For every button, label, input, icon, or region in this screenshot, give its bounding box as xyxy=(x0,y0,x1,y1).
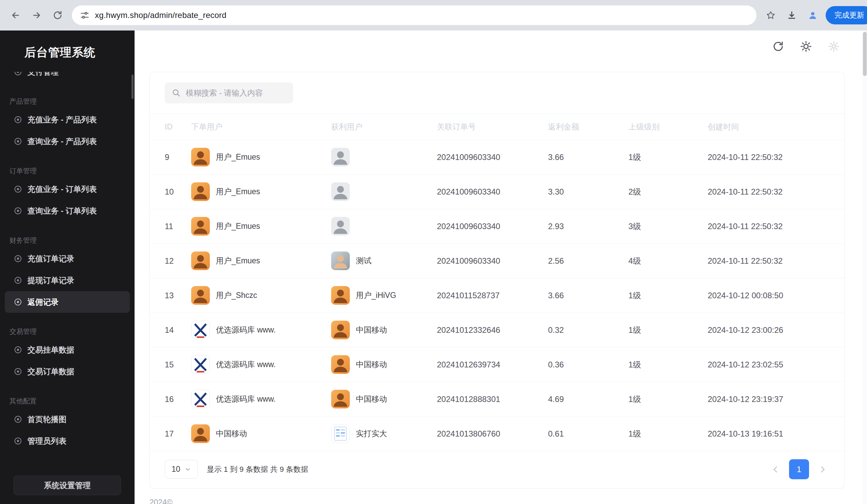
sidebar-item-查询业务 - 订单列表[interactable]: 查询业务 - 订单列表 xyxy=(5,200,130,222)
back-button[interactable] xyxy=(6,6,25,25)
order-user-avatar-slot xyxy=(191,182,210,201)
system-settings-button[interactable]: 系统设置管理 xyxy=(13,475,121,495)
cell-order-no: 20241012332646 xyxy=(437,325,548,335)
cell-created-at: 2024-10-12 23:00:26 xyxy=(708,325,834,335)
order-user-name: 用户_Emues xyxy=(216,186,260,197)
cell-created-at: 2024-10-11 22:50:32 xyxy=(708,187,834,196)
col-level: 上级级别 xyxy=(628,122,708,132)
avatar-person xyxy=(191,217,210,236)
cell-order-user: 优选源码库 www. xyxy=(191,321,331,339)
page-size-select[interactable]: 10 xyxy=(165,460,198,479)
cell-order-no: 20241009603340 xyxy=(437,187,548,196)
circle-dot-icon xyxy=(13,415,22,424)
current-page-button[interactable]: 1 xyxy=(789,459,809,479)
url-bar[interactable]: xg.hwym.shop/admin/rebate_record xyxy=(72,6,757,25)
table-row[interactable]: 17 中国移动 实打实大 20241013806760 0.61 1级 2024… xyxy=(150,416,844,451)
table-row[interactable]: 10 用户_Emues 20241009603340 3.30 2级 2024-… xyxy=(150,174,844,209)
table-row[interactable]: 14 优选源码库 www. 中国移动 20241012332646 0.32 1… xyxy=(150,312,844,347)
section-items: 充值订单记录 提现订单记录 返佣记录 xyxy=(5,248,130,313)
page-size-value: 10 xyxy=(171,465,180,474)
cell-level: 1级 xyxy=(628,428,708,439)
circle-dot-icon xyxy=(13,137,22,146)
browser-toolbar: xg.hwym.shop/admin/rebate_record 完成更新 xyxy=(0,0,867,31)
sidebar-section: 其他配置 首页轮播图 管理员列表 xyxy=(5,397,130,452)
cell-level: 2级 xyxy=(628,186,708,197)
sidebar-item-交易订单数据[interactable]: 交易订单数据 xyxy=(5,361,130,382)
sidebar-item-查询业务 - 产品列表[interactable]: 查询业务 - 产品列表 xyxy=(5,130,130,152)
section-items: 交易挂单数据 交易订单数据 xyxy=(5,339,130,382)
back-arrow-icon xyxy=(11,10,21,20)
sidebar-item-充值业务 - 订单列表[interactable]: 充值业务 - 订单列表 xyxy=(5,178,130,200)
bookmark-button[interactable] xyxy=(761,6,780,25)
sidebar-item-交易挂单数据[interactable]: 交易挂单数据 xyxy=(5,339,130,361)
cell-profit-user xyxy=(331,217,437,236)
refresh-icon[interactable] xyxy=(772,40,784,53)
sidebar-section: 交易管理 交易挂单数据 交易订单数据 xyxy=(5,327,130,382)
cell-level: 4级 xyxy=(628,256,708,266)
pagination-summary: 显示 1 到 9 条数据 共 9 条数据 xyxy=(207,464,308,474)
circle-dot-icon xyxy=(13,298,22,307)
app-title: 后台管理系统 xyxy=(0,31,135,72)
section-label: 产品管理 xyxy=(10,97,130,106)
cell-created-at: 2024-10-11 22:50:32 xyxy=(708,256,834,266)
cell-created-at: 2024-10-12 23:02:55 xyxy=(708,360,834,369)
cell-amount: 0.36 xyxy=(548,360,628,369)
order-user-name: 优选源码库 www. xyxy=(216,359,276,370)
pagination-bar: 10 显示 1 到 9 条数据 共 9 条数据 1 xyxy=(150,451,844,488)
downloads-button[interactable] xyxy=(782,6,801,25)
sidebar-scrollbar[interactable] xyxy=(131,75,133,99)
cell-level: 1级 xyxy=(628,152,708,163)
next-page-button[interactable] xyxy=(816,463,829,476)
settings-gear-icon[interactable] xyxy=(828,40,840,53)
page-scrollbar[interactable] xyxy=(862,31,867,504)
avatar-person xyxy=(331,286,350,305)
order-user-name: 优选源码库 www. xyxy=(216,394,276,404)
cell-amount: 3.30 xyxy=(548,187,628,196)
forward-button[interactable] xyxy=(27,6,46,25)
table-row[interactable]: 15 优选源码库 www. 中国移动 20241012639734 0.36 1… xyxy=(150,347,844,382)
circle-dot-icon xyxy=(13,72,22,76)
search-input[interactable] xyxy=(165,82,293,103)
cell-profit-user: 实打实大 xyxy=(331,424,437,443)
sidebar-item-管理员列表[interactable]: 管理员列表 xyxy=(5,430,130,452)
order-user-avatar-slot xyxy=(191,286,210,305)
cell-profit-user: 中国移动 xyxy=(331,390,437,408)
cell-created-at: 2024-10-13 19:16:51 xyxy=(708,429,834,439)
order-user-avatar-slot xyxy=(191,424,210,443)
sidebar-item-clipped[interactable]: 支付管理 xyxy=(5,72,130,83)
site-settings-icon[interactable] xyxy=(80,11,89,20)
cell-level: 1级 xyxy=(628,290,708,301)
sidebar-item-充值业务 - 产品列表[interactable]: 充值业务 - 产品列表 xyxy=(5,109,130,130)
avatar-person xyxy=(331,355,350,374)
order-user-avatar-slot xyxy=(191,148,210,167)
avatar-photo xyxy=(331,251,350,270)
table-row[interactable]: 9 用户_Emues 20241009603340 3.66 1级 2024-1… xyxy=(150,140,844,174)
table-row[interactable]: 13 用户_Shczc 用户_iHiVG 20241011528737 3.66… xyxy=(150,278,844,312)
cell-order-no: 20241009603340 xyxy=(437,152,548,162)
cell-id: 16 xyxy=(165,395,191,404)
cell-id: 13 xyxy=(165,291,191,300)
cell-level: 1级 xyxy=(628,394,708,405)
profile-button[interactable] xyxy=(803,6,822,25)
sidebar-item-提现订单记录[interactable]: 提现订单记录 xyxy=(5,269,130,291)
section-label: 交易管理 xyxy=(10,327,130,336)
col-amount: 返利金额 xyxy=(548,122,628,132)
cell-order-user: 中国移动 xyxy=(191,424,331,443)
sidebar-item-充值订单记录[interactable]: 充值订单记录 xyxy=(5,248,130,269)
section-items: 首页轮播图 管理员列表 xyxy=(5,408,130,452)
prev-page-button[interactable] xyxy=(769,463,782,476)
chrome-update-button[interactable]: 完成更新 xyxy=(826,6,867,24)
cell-order-no: 20241009603340 xyxy=(437,222,548,231)
avatar-person xyxy=(191,148,210,167)
cell-order-user: 用户_Shczc xyxy=(191,286,331,305)
sidebar-item-首页轮播图[interactable]: 首页轮播图 xyxy=(5,408,130,430)
reload-button[interactable] xyxy=(48,6,67,25)
table-row[interactable]: 12 用户_Emues 测试 20241009603340 2.56 4级 20… xyxy=(150,243,844,278)
theme-sun-icon[interactable] xyxy=(800,40,812,53)
sidebar-item-返佣记录[interactable]: 返佣记录 xyxy=(5,291,130,313)
col-created-at: 创建时间 xyxy=(708,122,834,132)
table-row[interactable]: 16 优选源码库 www. 中国移动 20241012888301 4.69 1… xyxy=(150,382,844,416)
sidebar-item-label: 充值业务 - 订单列表 xyxy=(28,184,97,195)
table-row[interactable]: 11 用户_Emues 20241009603340 2.93 3级 2024-… xyxy=(150,209,844,243)
page-scrollbar-thumb[interactable] xyxy=(863,32,867,76)
